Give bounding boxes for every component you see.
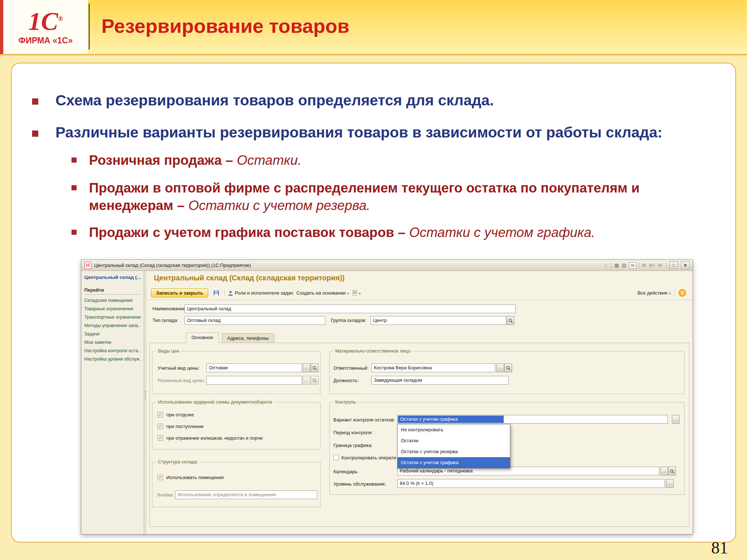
responsible-field[interactable]: Кострова Вера Борисовна [371,363,495,372]
form-heading: Центральный склад (Склад (складская терр… [154,274,345,282]
balance-control-variant-select-button[interactable] [672,415,680,424]
calendar-search-button[interactable] [668,467,676,475]
accounting-price-label: Учетный вид цены: [158,365,200,371]
document-icon [352,290,357,296]
position-field[interactable]: Заведующая складом [371,376,508,385]
bullet-1: Схема резервирования товаров определяетс… [55,92,712,109]
group-responsible-person-title: Материально-ответственное лицо [333,348,412,354]
responsible-select-button[interactable] [496,363,504,372]
calendar-select-button[interactable] [660,467,668,475]
header-red-stripe [0,0,3,54]
responsible-label: Ответственный: [333,365,368,371]
save-and-close-button[interactable]: Записать и закрыть [151,288,208,298]
company-logo: 1С® ФИРМА «1С» [3,0,88,54]
control-operative-checkbox[interactable] [333,455,339,460]
accounting-price-search-button[interactable] [311,363,318,372]
service-level-select-button[interactable] [666,479,674,488]
dropdown-option-no-control[interactable]: Не контролировать [398,424,510,435]
magnifier-icon [312,378,317,383]
panel-grid-icon[interactable] [614,262,619,268]
accounting-price-select-button[interactable] [303,363,310,372]
sidebar-item-warehouse-rooms[interactable]: Складские помещения [84,298,141,303]
service-level-field[interactable]: 84.0 % (k = 1.0) [397,479,665,488]
close-button[interactable] [681,261,690,269]
nav-goto-header: Перейти [84,287,141,295]
dropdown-option-balances-reserve[interactable]: Остатки с учетом резерва [398,446,510,457]
titlebar-separator [666,262,666,268]
form-toolbar: Записать и закрыть Роли и исполнители за… [147,286,693,300]
dropdown-option-balances[interactable]: Остатки [398,435,510,446]
retail-price-search-button[interactable] [311,376,318,385]
related-documents-button[interactable] [352,290,361,296]
control-operative-label: Контролировать операти [341,455,396,460]
warehouse-type-field[interactable]: Оптовый склад [185,316,325,325]
name-label: Наименование: [152,306,187,311]
sidebar-item-tasks[interactable]: Задачи [84,331,141,337]
group-price-types-title: Виды цен [156,348,181,354]
all-actions-button[interactable]: Все действия [638,290,671,296]
group-warehouse-structure: Структура склада Использовать помещения … [152,462,321,507]
logo-1c-mark: 1С® [28,9,63,34]
page-number: 81 [711,538,728,557]
sidebar-item-goods-restrictions[interactable]: Товарные ограничения [84,306,141,311]
maximize-button[interactable] [669,261,678,269]
tab-main[interactable]: Основное [186,332,219,343]
logo-caption: ФИРМА «1С» [19,36,73,46]
sidebar-item-service-level[interactable]: Настройка уровня обслуж... [84,357,141,362]
memory-mminus-button[interactable]: M- [658,263,663,268]
sub-bullet-3-em: Остатки с учетом графика. [409,225,595,240]
balance-control-dropdown: Не контролировать Остатки Остатки с учет… [397,424,510,468]
sub-bullet-1-em: Остатки. [237,153,301,168]
titlebar-separator [639,262,639,268]
balance-control-variant-combobox[interactable]: Остатки с учетом графика [397,415,668,424]
group-warehouse-structure-title: Структура склада [156,459,199,464]
sidebar-item-stock-management[interactable]: Методы управления запа... [84,323,141,328]
retail-price-field[interactable] [206,376,302,385]
slide-title: Резервирование товаров [101,15,349,37]
sub-bullet-1: Розничная продажа – Остатки. [89,152,640,169]
bullet-marker [71,158,77,163]
balance-control-variant-label: Вариант контроля остатков: [333,417,395,423]
memory-mplus-button[interactable]: M+ [649,263,655,268]
schedule-border-label: Граница графика: [333,443,372,448]
sidebar-item-notes[interactable]: Мои заметки [84,340,141,345]
use-rooms-label: Использовать помещения [166,475,224,480]
on-receipt-label: при поступлении [166,424,204,429]
retail-price-select-button[interactable] [303,376,310,385]
tab-addresses[interactable]: Адреса, телефоны [222,333,274,343]
favorites-star-icon[interactable] [604,262,608,268]
responsible-search-button[interactable] [504,363,512,372]
memory-m-button[interactable]: M [642,263,646,268]
on-shipment-label: при отгрузке [166,412,194,417]
on-surplus-checkbox[interactable] [158,435,163,441]
sidebar-item-transport-restrictions[interactable]: Транспортные ограничения [84,315,141,320]
cells-field[interactable]: Использование определяется в помещениях [175,490,317,499]
toolbar-right: Все действия ? [638,289,688,297]
bullet-marker [32,131,38,137]
sidebar-item-balance-control[interactable]: Настройка контроля оста... [84,348,141,353]
warehouse-group-search-button[interactable] [507,316,514,325]
warehouse-type-label: Тип склада: [152,318,178,323]
toolbar-separator [224,289,225,297]
roles-button[interactable]: Роли и исполнители задач [228,290,293,296]
app-1c-icon: 1С [84,262,92,269]
help-button[interactable]: ? [678,289,686,297]
warehouse-group-field[interactable]: Центр [371,316,506,325]
control-period-label: Период контроля: [333,430,373,435]
on-shipment-checkbox[interactable] [158,412,163,417]
warehouse-group-label: Группа складов: [331,318,366,323]
create-based-on-button[interactable]: Создать на основании [297,290,349,296]
calendar-icon[interactable]: 31 [629,262,636,269]
titlebar-separator [611,262,611,268]
dropdown-option-balances-schedule[interactable]: Остатки с учетом графика [398,457,510,468]
accounting-price-field[interactable]: Оптовая [206,363,302,372]
on-receipt-checkbox[interactable] [158,424,163,429]
tab-page-panel: Виды цен Учетный вид цены: Оптовая Розни… [150,343,689,527]
save-icon[interactable] [212,289,221,298]
sub-bullet-2-em: Остатки с учетом резерва. [188,198,370,213]
panel-list-icon[interactable] [622,262,626,268]
name-field[interactable]: Центральный склад [185,304,516,313]
position-label: Должность: [333,378,359,383]
nav-current-object-link[interactable]: Центральный склад (... [84,275,141,280]
use-rooms-checkbox[interactable] [158,475,163,480]
